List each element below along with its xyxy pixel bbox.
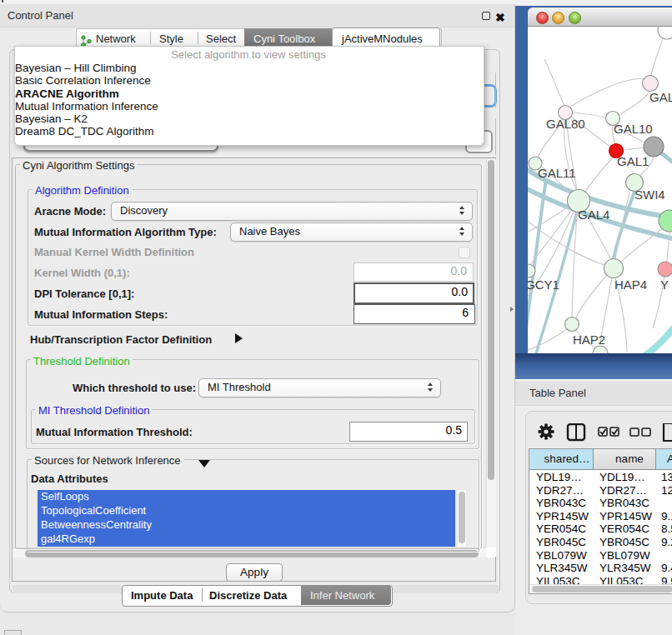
svg-text:SWI4: SWI4 [634,188,665,202]
svg-text:GAL7: GAL7 [649,90,672,104]
svg-text:GAL1: GAL1 [617,154,649,168]
svg-text:HAP2: HAP2 [573,332,605,347]
svg-text:GAL4: GAL4 [578,208,609,222]
svg-text:Y: Y [660,278,669,292]
svg-text:GAL11: GAL11 [538,166,576,180]
svg-text:GCY1: GCY1 [528,278,559,292]
svg-text:GAL10: GAL10 [614,122,653,136]
svg-text:HAP4: HAP4 [614,278,647,292]
svg-text:GAL80: GAL80 [546,117,585,131]
